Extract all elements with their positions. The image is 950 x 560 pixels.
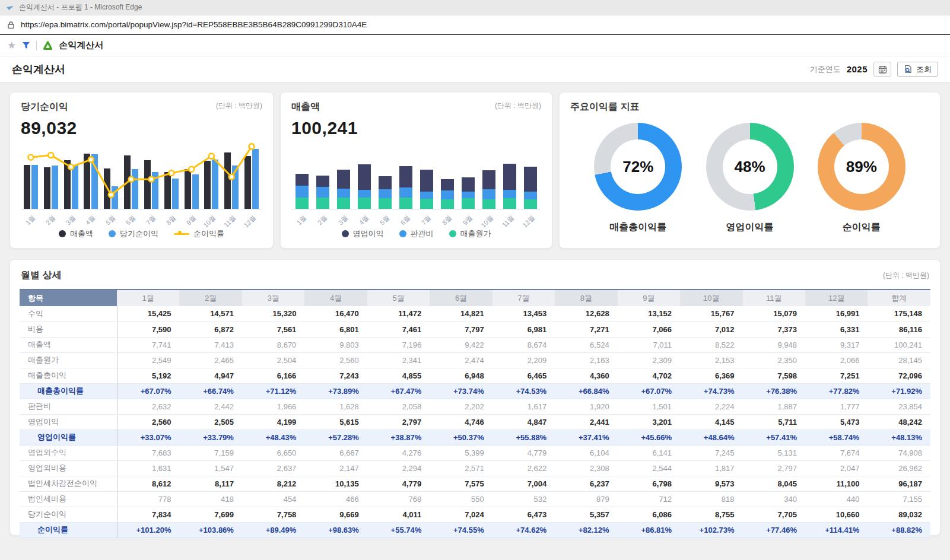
monthly-detail-table: 항목1월2월3월4월5월6월7월8월9월10월11월12월합계 수익15,425…: [20, 289, 930, 538]
stack-매출원가: [316, 198, 329, 209]
cell-value: 28,145: [868, 352, 930, 368]
cell-value: 7,004: [493, 476, 555, 491]
legend-dot: [109, 230, 116, 237]
cell-value: +50.37%: [430, 429, 492, 445]
stack-매출원가: [503, 198, 516, 209]
row-label: 영업외비용: [20, 460, 117, 476]
cell-value: 1,920: [555, 399, 617, 414]
cell-value: 8,117: [179, 476, 242, 491]
row-label: 수익: [20, 306, 117, 322]
cell-value: 550: [430, 491, 492, 507]
cell-value: 74,908: [868, 445, 930, 460]
cell-value: 2,622: [493, 460, 555, 476]
cell-value: 2,544: [618, 460, 680, 476]
cell-value: 2,505: [179, 414, 242, 429]
cell-value: 818: [680, 491, 742, 507]
base-year-value[interactable]: 2025: [847, 64, 868, 74]
cell-value: 2,066: [805, 352, 868, 368]
cell-value: +67.07%: [117, 383, 179, 399]
cell-value: 532: [493, 491, 555, 507]
cell-value: 2,350: [743, 352, 805, 368]
cell-value: 7,674: [805, 445, 868, 460]
page-header: 손익계산서 기준연도 2025 조회: [0, 56, 950, 82]
row-label: 매출총이익: [20, 368, 117, 383]
cell-value: 4,276: [367, 445, 430, 460]
stack-매출원가: [420, 199, 433, 209]
cell-value: 2,442: [179, 399, 242, 414]
net-income-kpi: 89,032: [21, 118, 262, 138]
cell-value: 7,271: [555, 322, 617, 337]
cell-value: 2,549: [117, 352, 179, 368]
donut-value: 48%: [723, 139, 777, 194]
cell-value: +101.20%: [117, 522, 179, 537]
cell-value: 7,243: [304, 368, 367, 383]
row-label: 매출총이익률: [20, 383, 117, 399]
cell-value: 7,066: [618, 322, 680, 337]
calendar-button[interactable]: [873, 62, 891, 77]
stack-매출원가: [379, 198, 392, 209]
cell-value: 14,571: [179, 306, 242, 322]
stack-영업이익: [337, 170, 350, 189]
stack-매출원가: [399, 198, 412, 209]
stack-판관비: [316, 187, 329, 198]
cell-value: +45.66%: [618, 429, 680, 445]
cell-value: 7,251: [805, 368, 868, 383]
donut-value: 89%: [834, 139, 889, 194]
cell-value: +73.89%: [304, 383, 367, 399]
bimatrix-logo-icon: [43, 41, 53, 50]
cell-value: 6,166: [242, 368, 304, 383]
table-row: 영업외수익7,6837,1596,6506,6674,2765,3994,779…: [20, 445, 930, 460]
cell-value: 1,501: [618, 399, 680, 414]
url-text[interactable]: https://epa.bimatrix.com/portal/popupVie…: [21, 20, 367, 29]
cell-value: 3,201: [618, 414, 680, 429]
cell-value: 11,472: [367, 306, 430, 322]
cell-value: 4,779: [367, 476, 430, 491]
cell-value: 2,504: [242, 352, 304, 368]
column-header-month: 2월: [179, 289, 242, 306]
cell-value: 2,632: [117, 399, 179, 414]
cell-value: 7,797: [430, 322, 492, 337]
stack-영업이익: [441, 179, 454, 190]
cell-value: 2,309: [618, 352, 680, 368]
cell-value: 6,948: [430, 368, 492, 383]
column-header-month: 9월: [618, 289, 680, 306]
cell-value: 5,711: [743, 414, 805, 429]
cell-value: 1,628: [304, 399, 367, 414]
cell-value: +77.46%: [743, 522, 805, 537]
stack-판관비: [379, 189, 392, 199]
cell-value: 2,163: [555, 352, 617, 368]
donut-ring: 72%: [594, 123, 682, 211]
filter-icon[interactable]: [22, 42, 30, 49]
cell-value: 1,887: [743, 399, 805, 414]
cell-value: 72,096: [868, 368, 930, 383]
address-bar[interactable]: https://epa.bimatrix.com/portal/popupVie…: [0, 15, 950, 35]
cell-value: +74.62%: [493, 522, 555, 537]
cell-value: 2,560: [117, 414, 179, 429]
cell-value: 7,159: [179, 445, 242, 460]
cell-value: +89.49%: [242, 522, 304, 537]
cell-value: 11,100: [805, 476, 868, 491]
stack-영업이익: [503, 164, 516, 190]
donut-value: 72%: [611, 139, 665, 194]
cell-value: +48.13%: [868, 429, 930, 445]
cell-value: 26,962: [868, 460, 930, 476]
cell-value: +33.07%: [117, 429, 179, 445]
row-label: 당기순이익: [20, 507, 117, 522]
divider: [36, 41, 37, 50]
cell-value: +74.55%: [430, 522, 492, 537]
cell-value: 6,667: [304, 445, 367, 460]
star-icon[interactable]: ★: [7, 40, 16, 50]
column-header-month: 1월: [117, 289, 179, 306]
cell-value: 2,797: [367, 414, 430, 429]
monthly-detail-title: 월별 상세: [21, 269, 61, 282]
line-legend-marker: [174, 230, 189, 237]
stack-판관비: [503, 190, 516, 198]
cell-value: 175,148: [868, 306, 930, 322]
stack-매출원가: [358, 198, 371, 209]
row-label: 매출원가: [20, 352, 117, 368]
donut-ring: 89%: [818, 123, 905, 211]
cell-value: 7,011: [618, 337, 680, 352]
search-button[interactable]: 조회: [897, 62, 938, 77]
stack-영업이익: [420, 170, 433, 192]
cell-value: +102.73%: [680, 522, 742, 537]
